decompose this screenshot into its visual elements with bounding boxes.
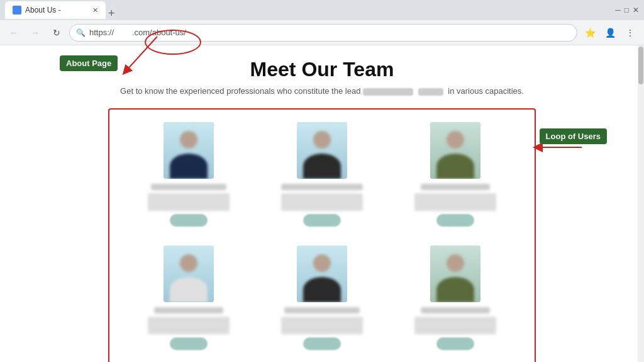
minimize-button[interactable]: ─ bbox=[615, 6, 621, 14]
member-name-line1 bbox=[281, 184, 363, 190]
url-input[interactable] bbox=[89, 28, 570, 37]
member-button[interactable] bbox=[436, 337, 474, 350]
member-desc bbox=[148, 193, 230, 211]
toolbar-icons: ⭐ 👤 ⋮ bbox=[581, 24, 639, 42]
titlebar: About Us - ✕ + ─ □ ✕ bbox=[0, 0, 644, 20]
avatar-body bbox=[303, 154, 341, 179]
loop-users-label: Loop of Users bbox=[540, 128, 607, 144]
team-member bbox=[128, 246, 249, 350]
member-desc bbox=[281, 317, 363, 334]
avatar-body bbox=[303, 277, 341, 302]
about-page-label: About Page bbox=[60, 55, 118, 71]
member-name-line1 bbox=[421, 307, 490, 314]
team-grid-wrapper: Loop of Users bbox=[108, 108, 536, 362]
member-info bbox=[395, 307, 516, 350]
member-avatar bbox=[297, 122, 347, 179]
member-button[interactable] bbox=[436, 214, 474, 227]
member-desc bbox=[414, 317, 496, 334]
avatar-head bbox=[313, 131, 331, 149]
member-desc bbox=[281, 193, 363, 211]
team-member bbox=[395, 246, 516, 350]
settings-button[interactable]: ⋮ bbox=[621, 24, 639, 42]
profile-button[interactable]: 👤 bbox=[601, 24, 619, 42]
member-info bbox=[262, 184, 382, 227]
member-name-line1 bbox=[154, 307, 223, 314]
page-content: About Page Meet Our Team Get to know the… bbox=[0, 45, 644, 362]
address-bar[interactable]: 🔍 bbox=[69, 24, 577, 42]
member-desc bbox=[148, 317, 230, 334]
back-button[interactable]: ← bbox=[5, 24, 23, 42]
forward-button[interactable]: → bbox=[26, 24, 44, 42]
tab-close-button[interactable]: ✕ bbox=[92, 6, 98, 14]
member-button[interactable] bbox=[170, 214, 208, 227]
scrollbar[interactable] bbox=[638, 45, 644, 362]
avatar-head bbox=[313, 254, 331, 272]
refresh-button[interactable]: ↻ bbox=[48, 24, 65, 42]
tab-title: About Us - bbox=[25, 6, 89, 14]
avatar-head bbox=[180, 254, 197, 272]
extensions-button[interactable]: ⭐ bbox=[581, 24, 599, 42]
team-member bbox=[395, 122, 516, 227]
subtitle-blur-2 bbox=[418, 88, 443, 96]
member-avatar bbox=[297, 246, 347, 302]
member-button[interactable] bbox=[303, 337, 341, 350]
member-info bbox=[128, 307, 249, 350]
subtitle-blur-1 bbox=[363, 88, 413, 96]
avatar-head bbox=[447, 131, 464, 149]
restore-button[interactable]: □ bbox=[625, 6, 629, 14]
avatar-body bbox=[436, 154, 474, 179]
member-desc bbox=[414, 193, 496, 211]
member-avatar bbox=[164, 246, 214, 302]
avatar-head bbox=[180, 131, 197, 149]
team-member bbox=[262, 122, 382, 227]
scrollbar-thumb[interactable] bbox=[638, 47, 643, 84]
browser-tab[interactable]: About Us - ✕ bbox=[5, 1, 106, 19]
member-name-line1 bbox=[284, 307, 360, 314]
member-avatar bbox=[430, 122, 480, 179]
member-button[interactable] bbox=[303, 214, 341, 227]
member-button[interactable] bbox=[170, 337, 208, 350]
avatar-body bbox=[170, 154, 208, 179]
page-subtitle: Get to know the experienced professional… bbox=[120, 86, 524, 96]
browser-toolbar: ← → ↻ 🔍 ⭐ 👤 ⋮ bbox=[0, 20, 644, 45]
avatar-body bbox=[170, 277, 208, 302]
team-member bbox=[128, 122, 249, 227]
member-avatar bbox=[430, 246, 480, 302]
team-grid bbox=[128, 122, 516, 350]
member-avatar bbox=[164, 122, 214, 179]
member-name-line1 bbox=[151, 184, 226, 190]
member-info bbox=[395, 184, 516, 227]
member-info bbox=[262, 307, 382, 350]
browser-window: About Us - ✕ + ─ □ ✕ ← → ↻ 🔍 ⭐ 👤 ⋮ bbox=[0, 0, 644, 362]
close-button[interactable]: ✕ bbox=[633, 6, 639, 14]
avatar-body bbox=[436, 277, 474, 302]
new-tab-button[interactable]: + bbox=[108, 8, 115, 19]
member-name-line1 bbox=[421, 184, 490, 190]
avatar-head bbox=[447, 254, 464, 272]
page-title: Meet Our Team bbox=[250, 58, 394, 81]
team-member bbox=[262, 246, 382, 350]
tab-favicon bbox=[13, 6, 21, 14]
member-info bbox=[128, 184, 249, 227]
search-icon: 🔍 bbox=[76, 28, 86, 37]
